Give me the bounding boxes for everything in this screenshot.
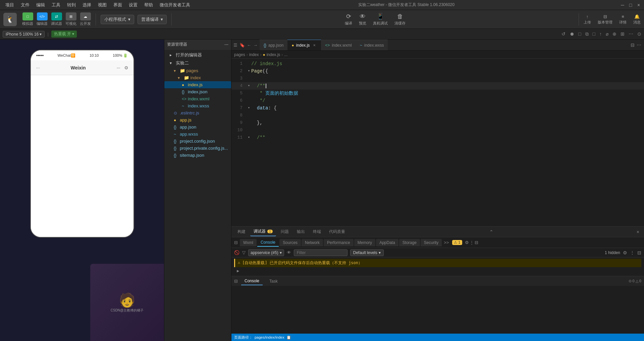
record-icon[interactable]: ⏺ <box>570 31 574 37</box>
upload-button[interactable]: ↑ 上传 <box>584 14 591 25</box>
split-editor-icon[interactable]: ⊟ <box>631 42 635 48</box>
service-selector[interactable]: appservice (#5) ▾ <box>248 249 284 256</box>
devtools-expand-icon[interactable]: ⊟ <box>475 240 478 245</box>
cloud-button[interactable]: ☁ 云开发 <box>80 12 91 26</box>
log-level-selector[interactable]: Default levels ▾ <box>350 249 384 256</box>
devtools-tab-appdata[interactable]: AppData <box>376 239 398 246</box>
menu-item-settings[interactable]: 设置 <box>126 1 140 9</box>
editor-button[interactable]: </> 编辑器 <box>37 12 48 26</box>
console-gear-icon[interactable]: ⚙ <box>623 250 627 255</box>
panel-tab-debugger[interactable]: 调试器 1 <box>250 227 276 236</box>
devtools-settings-icon[interactable]: ⚙ <box>465 240 469 245</box>
menu-item-devtools[interactable]: 微信开发者工具 <box>157 1 193 9</box>
open-editors-section[interactable]: ▸ 打开的编辑器 <box>164 51 231 59</box>
editor-more-icon[interactable]: ⋯ <box>637 42 641 48</box>
index-folder[interactable]: ▾ 📁 index <box>164 74 231 81</box>
footer-tab-task[interactable]: Task <box>266 278 281 285</box>
back-nav-icon[interactable]: ← <box>247 43 251 48</box>
panel-tab-build[interactable]: 构建 <box>234 228 249 236</box>
tab-close-icon[interactable]: × <box>312 43 317 48</box>
breadcrumb-pages[interactable]: pages <box>234 52 245 57</box>
panel-tab-terminal[interactable]: 终端 <box>310 228 324 236</box>
menu-item-file[interactable]: 文件 <box>18 1 32 9</box>
phone-icon[interactable]: □ <box>578 31 581 37</box>
panel-close-icon[interactable]: × <box>635 229 641 235</box>
app-js-file[interactable]: ● app.js <box>164 116 231 124</box>
version-button[interactable]: ⊟ 版本管理 <box>598 14 612 25</box>
index-js-file[interactable]: ● index.js <box>164 81 231 88</box>
project-config-file[interactable]: {} project.config.json <box>164 138 231 145</box>
panel-tab-issues[interactable]: 问题 <box>277 228 292 236</box>
tab-index-wxml[interactable]: <> index.wxml <box>321 40 356 50</box>
menu-item-help[interactable]: 帮助 <box>142 1 156 9</box>
devtools-tab-performance[interactable]: Performance <box>324 239 354 246</box>
screenshot-icon[interactable]: □ <box>593 31 595 37</box>
line-arrow-4[interactable]: ▾ <box>247 82 251 90</box>
preview-action[interactable]: 👁 预览 <box>359 13 366 26</box>
menu-item-edit[interactable]: 编辑 <box>34 1 48 9</box>
sitemap-file[interactable]: {} sitemap.json <box>164 152 231 159</box>
line-arrow-2[interactable]: ▾ <box>247 67 251 75</box>
devtools-tab-security[interactable]: Security <box>421 239 442 246</box>
menu-item-view[interactable]: 视图 <box>95 1 109 9</box>
devtools-tab-network[interactable]: Network <box>302 239 323 246</box>
index-json-file[interactable]: {} index.json <box>164 88 231 95</box>
panel-tab-output[interactable]: 输出 <box>293 228 308 236</box>
grid-icon[interactable]: ⊞ <box>621 31 625 37</box>
upload2-icon[interactable]: ↑ <box>599 31 602 37</box>
real-debug-action[interactable]: 📱 真机调试 <box>373 13 388 26</box>
menu-item-interface[interactable]: 界面 <box>111 1 125 9</box>
console-options-icon[interactable]: ⋮ <box>630 250 635 255</box>
menu-item-tools[interactable]: 工具 <box>49 1 63 9</box>
line-arrow-11[interactable]: ▾ <box>247 134 251 141</box>
compile-dropdown[interactable]: 普通编译 ▾ <box>138 15 167 24</box>
minimize-button[interactable]: ─ <box>620 2 625 8</box>
panel-minimize-icon[interactable]: ⌃ <box>487 229 495 235</box>
eye-icon[interactable]: 👁 <box>287 250 291 255</box>
footer-tab-console[interactable]: Console <box>241 277 263 285</box>
camera-icon[interactable]: ⊙ <box>124 65 128 70</box>
tab-app-json[interactable]: {} app.json <box>260 40 287 50</box>
devtools-tab-wxml[interactable]: Wxml <box>240 239 257 246</box>
app-json-file[interactable]: {} app.json <box>164 124 231 131</box>
path-copy-icon[interactable]: 📋 <box>286 335 291 340</box>
debugger-button[interactable]: ⇄ 调试器 <box>51 12 62 26</box>
project-section[interactable]: ▾ 实验二 <box>164 59 231 67</box>
devtools-tab-more-icon[interactable]: >> <box>444 240 449 245</box>
hot-reload-button[interactable]: 热重载 开 ▾ <box>51 31 77 38</box>
bookmark-icon[interactable]: 🔖 <box>239 43 245 48</box>
filter-input[interactable] <box>294 249 347 256</box>
console-filter-icon[interactable]: ▽ <box>242 250 246 255</box>
refresh-icon[interactable]: ↺ <box>561 31 566 37</box>
line-arrow-7[interactable]: ▾ <box>247 104 251 112</box>
copy-icon[interactable]: ⧉ <box>585 31 589 37</box>
devtools-tab-sources[interactable]: Sources <box>279 239 301 246</box>
search2-icon[interactable]: ⌀ <box>606 31 608 37</box>
eslint-file[interactable]: ⊙ .eslintrc.js <box>164 109 231 116</box>
simulator-button[interactable]: □ 模拟器 <box>22 12 33 26</box>
mode-dropdown[interactable]: 小程序模式 ▾ <box>101 15 134 24</box>
close-button[interactable]: × <box>636 2 641 8</box>
console-expand-arrow[interactable]: ▶ <box>234 267 641 275</box>
message-button[interactable]: 🔔 消息 <box>633 14 641 25</box>
menu-dots-icon[interactable]: ··· <box>117 65 120 70</box>
more-icon[interactable]: ⋯ <box>629 31 633 37</box>
hamburger-icon[interactable]: ☰ <box>233 43 237 48</box>
menu-item-select[interactable]: 选择 <box>80 1 94 9</box>
forward-nav-icon[interactable]: → <box>253 43 258 48</box>
visualize-button[interactable]: ⊞ 可视化 <box>65 12 76 26</box>
breadcrumb-index[interactable]: index <box>249 52 259 57</box>
detail-button[interactable]: ≡ 详情 <box>619 14 627 25</box>
tab-index-js[interactable]: ● index.js × <box>287 40 321 50</box>
project-private-file[interactable]: {} project.private.config.js... <box>164 145 231 152</box>
resource-more-icon[interactable]: ⋯ <box>224 42 228 47</box>
pages-folder[interactable]: ▾ 📁 pages <box>164 67 231 74</box>
breadcrumb-indexjs[interactable]: index.js <box>267 52 280 57</box>
compile-action[interactable]: ⟳ 编译 <box>345 13 352 26</box>
plus-icon[interactable]: ⊕ <box>612 31 616 37</box>
menu-item-project[interactable]: 项目 <box>3 1 17 9</box>
devtools-tab-memory[interactable]: Memory <box>354 239 375 246</box>
index-wxss-file[interactable]: ~ index.wxss <box>164 102 231 109</box>
index-wxml-file[interactable]: <> index.wxml <box>164 95 231 102</box>
panel-tab-quality[interactable]: 代码质量 <box>326 228 348 236</box>
